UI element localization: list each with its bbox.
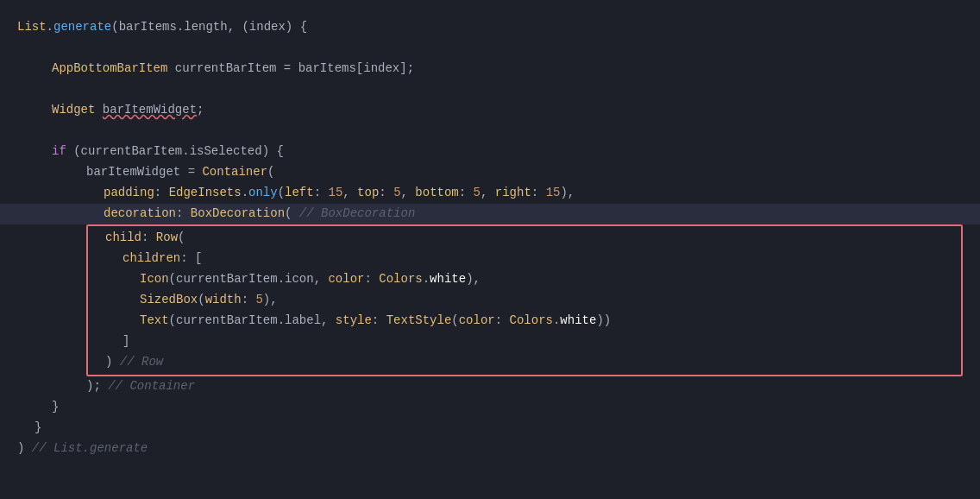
- code-line-10: decoration: BoxDecoration( // BoxDecorat…: [0, 204, 980, 224]
- code-line-6: [0, 121, 980, 142]
- code-line-7: if (currentBarItem.isSelected) {: [0, 142, 980, 162]
- code-line-2: [0, 38, 980, 59]
- code-line-8: barItemWidget = Container(: [0, 162, 980, 183]
- code-line-15: Text(currentBarItem.label, style: TextSt…: [88, 311, 961, 332]
- code-text: children: [: [122, 249, 202, 268]
- code-line-21: ) // List.generate: [0, 439, 980, 459]
- code-text: ) // List.generate: [17, 439, 148, 458]
- code-editor: List.generate(barItems.length, (index) {…: [0, 0, 980, 499]
- code-line-12: children: [: [88, 249, 961, 269]
- code-line-19: }: [0, 397, 980, 418]
- code-text: Text(currentBarItem.label, style: TextSt…: [140, 311, 611, 330]
- code-text: Widget barItemWidget;: [52, 100, 204, 119]
- code-line-20: }: [0, 418, 980, 439]
- code-text: barItemWidget = Container(: [86, 162, 274, 181]
- code-text: ); // Container: [86, 376, 195, 395]
- code-line-11: child: Row(: [88, 228, 961, 249]
- code-text: }: [52, 397, 59, 416]
- code-text: child: Row(: [105, 228, 185, 247]
- code-text: List.generate(barItems.length, (index) {: [17, 17, 307, 36]
- selected-code-block: child: Row( children: [ Icon(currentBarI…: [86, 224, 963, 376]
- code-line-3: AppBottomBarItem currentBarItem = barIte…: [0, 59, 980, 79]
- code-text: decoration: BoxDecoration( // BoxDecorat…: [104, 204, 415, 223]
- code-line-5: Widget barItemWidget;: [0, 100, 980, 121]
- code-text: }: [35, 418, 41, 437]
- code-line-4: [0, 79, 980, 100]
- code-line-1: List.generate(barItems.length, (index) {: [0, 17, 980, 38]
- code-text: AppBottomBarItem currentBarItem = barIte…: [52, 59, 414, 78]
- code-text: if (currentBarItem.isSelected) {: [52, 142, 284, 161]
- code-line-13: Icon(currentBarItem.icon, color: Colors.…: [88, 269, 961, 290]
- code-text: padding: EdgeInsets.only(left: 15, top: …: [104, 183, 575, 202]
- code-line-17: ) // Row: [88, 352, 961, 373]
- code-text: Icon(currentBarItem.icon, color: Colors.…: [140, 269, 481, 288]
- code-text: ) // Row: [105, 352, 163, 371]
- code-line-18: ); // Container: [0, 376, 980, 397]
- code-line-16: ]: [88, 332, 961, 352]
- code-text: ]: [122, 332, 129, 351]
- code-line-9: padding: EdgeInsets.only(left: 15, top: …: [0, 183, 980, 204]
- code-line-14: SizedBox(width: 5),: [88, 290, 961, 311]
- code-text: SizedBox(width: 5),: [140, 290, 278, 309]
